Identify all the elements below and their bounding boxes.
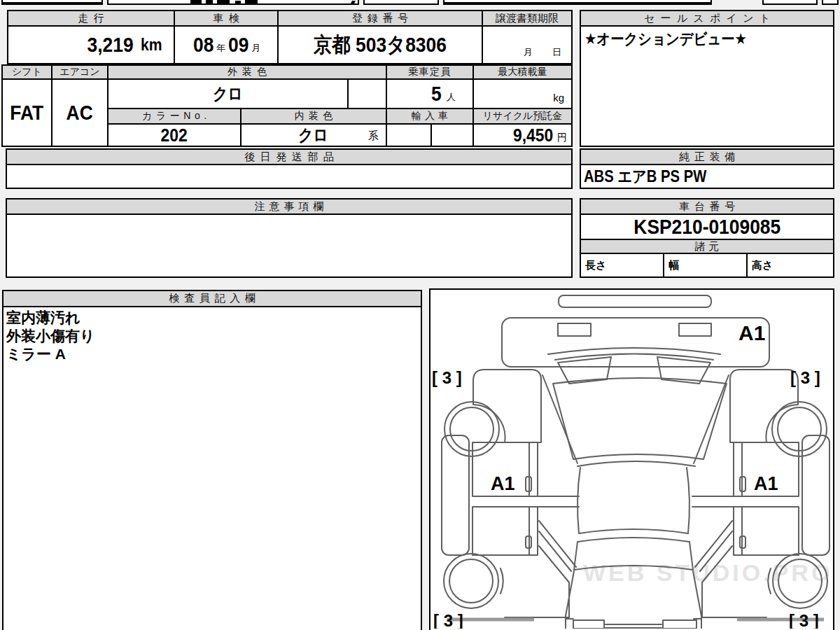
sales-point-content: ★オークションデビュー★ [581, 27, 833, 146]
roof-front-edge [578, 461, 695, 466]
exterior-color-value-cell: クロ [108, 80, 349, 109]
registration-header: 登録番号 [279, 11, 483, 27]
rocker-panel-left [442, 435, 469, 555]
auction-sheet: 走行 車検 登録番号 譲渡書類期限 3,219 km 08 年 09 月 京都 … [0, 0, 840, 630]
recycle-value: 9,450 [513, 125, 553, 146]
rear-plate-right [663, 620, 696, 629]
equipment-header: 純正装備 [581, 150, 833, 165]
dimension-width-cell: 幅 [664, 254, 748, 276]
car-top-view-diagram: WEB STUDIO.PRO [430, 290, 833, 629]
exterior-color-header: 外装色 [108, 66, 387, 80]
rear-window-top [579, 529, 688, 533]
exterior-color-subcell [349, 80, 387, 109]
capacity-value-cell: 5 人 [387, 80, 474, 109]
cropped-glyph [245, 0, 258, 4]
later-parts-header: 後日発送部品 [7, 150, 571, 165]
shaken-year-unit: 年 [216, 42, 225, 55]
recycle-value-cell: 9,450 円 [474, 125, 571, 146]
rear-bumper-lines [606, 624, 662, 628]
front-light-left [558, 323, 591, 336]
shaken-header: 車検 [175, 11, 279, 27]
front-bumper-strip [559, 295, 711, 307]
cropped-cell [822, 0, 839, 5]
cropped-glyph [235, 1, 241, 4]
cropped-glyph [351, 1, 356, 4]
chassis-box: 車台番号 KSP210-0109085 諸元 長さ 幅 高さ [580, 198, 834, 278]
color-no-value-cell: 202 [108, 125, 241, 146]
inspector-box: 検査員記入欄 室内薄汚れ 外装小傷有り ミラー A [2, 290, 422, 630]
inspector-header: 検査員記入欄 [4, 291, 421, 307]
transfer-day-unit: 日 [552, 46, 561, 59]
equipment-box: 純正装備 ABS エアB PS PW [580, 148, 834, 189]
cropped-cell [762, 0, 818, 5]
grade-wheel-front-right: [ 3 ] [790, 368, 820, 387]
import-value-cell-2 [432, 125, 474, 146]
recycle-header: リサイクル預託金 [474, 109, 571, 125]
cropped-cell [363, 0, 439, 5]
chassis-header: 車台番号 [581, 200, 833, 215]
grade-wheel-front-left: [ 3 ] [432, 368, 462, 387]
front-fender-left [473, 370, 541, 442]
watermark-text: WEB STUDIO.PRO [583, 559, 832, 586]
sales-point-box: セールスポイント ★オークションデビュー★ [580, 10, 834, 147]
grade-right-door: A1 [754, 473, 778, 494]
inspector-content: 室内薄汚れ 外装小傷有り ミラー A [4, 307, 421, 630]
mileage-value: 3,219 [88, 33, 134, 57]
mileage-header: 走行 [8, 11, 175, 27]
shift-header: シフト [3, 66, 52, 80]
spec-table: シフト エアコン 外装色 乗車定員 最大積載量 FAT AC クロ 5 人 kg… [1, 64, 573, 147]
rear-arch-left [500, 568, 503, 594]
rear-plate-left [573, 620, 604, 629]
import-value-cell-1 [387, 125, 432, 146]
import-header: 輸入車 [387, 109, 474, 125]
capacity-unit: 人 [447, 91, 456, 104]
transfer-deadline-header: 譲渡書類期限 [483, 11, 571, 27]
shaken-value-cell: 08 年 09 月 [175, 27, 279, 63]
grade-wheel-rear-right: [ 3 ] [789, 611, 819, 629]
wheel-rear-left [444, 554, 498, 608]
shaken-year: 08 [193, 33, 214, 57]
registration-value-cell: 京都 503タ8306 [279, 27, 483, 63]
cowl-line [555, 354, 713, 360]
chassis-value: KSP210-0109085 [634, 215, 780, 239]
interior-color-value-cell: クロ 系 [241, 125, 387, 146]
dimension-length-cell: 長さ [581, 254, 664, 276]
mileage-unit: km [141, 35, 162, 55]
door-seam-right [692, 496, 734, 507]
transfer-month-unit: 月 [524, 46, 533, 59]
capacity-header: 乗車定員 [387, 66, 474, 80]
car-diagram-box: WEB STUDIO.PRO [429, 288, 834, 630]
shaken-month: 09 [228, 33, 248, 57]
sales-point-text: ★オークションデビュー★ [584, 29, 747, 50]
recycle-unit: 円 [557, 132, 567, 144]
front-fender-right [730, 370, 798, 442]
grade-wheel-rear-left: [ 3 ] [433, 611, 463, 629]
cropped-glyph [190, 0, 202, 4]
aircon-value: AC [66, 101, 93, 125]
capacity-value: 5 [431, 82, 442, 106]
cropped-cell [443, 0, 712, 5]
cropped-cell [1, 0, 103, 5]
inspector-note-line: ミラー A [6, 345, 418, 363]
front-light-right [679, 323, 711, 336]
shaken-month-unit: 月 [251, 42, 260, 55]
color-no-value: 202 [161, 125, 188, 146]
equipment-text: ABS エアB PS PW [584, 166, 706, 188]
notes-header: 注意事項欄 [7, 200, 571, 215]
transfer-value-cell: 月 日 [483, 27, 571, 63]
mileage-value-cell: 3,219 km [8, 27, 175, 63]
max-load-header: 最大積載量 [474, 66, 571, 80]
grade-front-panel: A1 [738, 321, 765, 344]
rocker-panel-right [802, 435, 830, 555]
top-table: 走行 車検 登録番号 譲渡書類期限 3,219 km 08 年 09 月 京都 … [7, 10, 573, 64]
interior-color-header: 内装色 [241, 109, 387, 125]
registration-value: 京都 503タ8306 [314, 31, 447, 59]
door-seam-left [538, 496, 579, 507]
cropped-glyph [206, 0, 213, 4]
interior-color-value: クロ [298, 125, 328, 146]
sales-point-header: セールスポイント [581, 11, 833, 27]
inspector-note-line: 室内薄汚れ [6, 309, 418, 327]
a-pillar-right [694, 375, 729, 463]
shift-value: FAT [10, 101, 44, 125]
wheel-rear-left-inner [449, 559, 493, 603]
